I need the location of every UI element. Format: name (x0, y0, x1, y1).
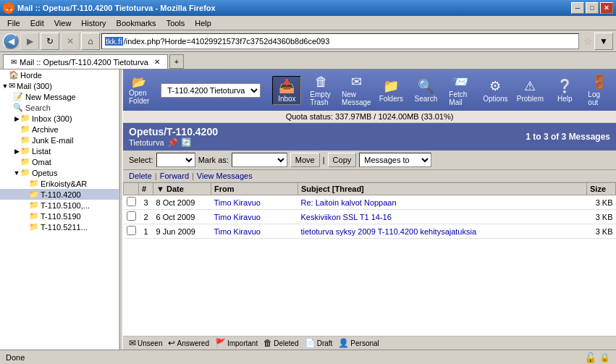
row-check[interactable] (124, 224, 139, 239)
status-personal[interactable]: 👤 Personal (338, 338, 379, 348)
sidebar-item-listat[interactable]: ▶ 📁 Listat (0, 145, 119, 156)
row-size: 3 KB (587, 224, 616, 239)
toolbar-new-message-button[interactable]: ✉ New Message (342, 72, 371, 108)
inbox-btn-label: Inbox (278, 95, 295, 103)
col-header-date[interactable]: ▼ Date (153, 183, 211, 195)
row-subject[interactable]: Keskiviikon SSL T1 14-16 (298, 210, 587, 224)
folders-icon: 📁 (383, 78, 399, 94)
status-unseen[interactable]: ✉ Unseen (129, 338, 162, 348)
messages-to-dropdown[interactable]: Messages to Archive Inbox Junk E-mail (359, 153, 431, 167)
menu-file[interactable]: File (3, 17, 25, 29)
row-size: 3 KB (587, 210, 616, 224)
toolbar-problem-button[interactable]: ⚠ Problem (515, 77, 544, 104)
sidebar-item-search[interactable]: 🔍 Search (0, 102, 119, 113)
markas-dropdown[interactable]: Read Unread Flagged Unflagged (232, 153, 287, 167)
sidebar-item-archive[interactable]: 📁 Archive (0, 124, 119, 135)
home-button[interactable]: ⌂ (81, 33, 100, 50)
sidebar-item-erikoisty[interactable]: 📁 Erikoisty&AR (0, 178, 119, 189)
row-subject[interactable]: Re: Laitoin kalvot Noppaan (298, 195, 587, 210)
sidebar-item-new-message[interactable]: 📝 New Message (0, 91, 119, 102)
toolbar-folders-button[interactable]: 📁 Folders (376, 77, 405, 104)
active-tab[interactable]: ✉ Mail :: Opetus/T-110.4200 Tietoturva ✕ (3, 54, 168, 69)
menu-history[interactable]: History (77, 17, 110, 29)
tab-close[interactable]: ✕ (154, 58, 160, 66)
search-icon: 🔍 (13, 103, 23, 112)
menu-view[interactable]: View (50, 17, 76, 29)
sidebar-item-junk[interactable]: 📁 Junk E-mail (0, 135, 119, 145)
menu-help[interactable]: Help (190, 17, 216, 29)
sidebar-item-t110-5100[interactable]: 📁 T-110.5100,... (0, 200, 119, 211)
col-header-subject[interactable]: Subject [Thread] (298, 183, 587, 195)
table-row[interactable]: 3 8 Oct 2009 Timo Kiravuo Re: Laitoin ka… (124, 195, 616, 210)
t1105100-label: T-110.5100,... (41, 201, 90, 210)
toolbar-logout-button[interactable]: 🚪 Log out (585, 72, 614, 108)
subscribe-icon[interactable]: 📌 (167, 137, 178, 148)
menu-edit[interactable]: Edit (26, 17, 48, 29)
row-check[interactable] (124, 195, 139, 210)
sidebar-item-omat[interactable]: 📁 Omat (0, 156, 119, 167)
reload-icon[interactable]: 🔄 (181, 137, 192, 148)
sidebar-item-mail[interactable]: ▼ ✉ Mail (300) (0, 80, 119, 91)
toolbar-options-button[interactable]: ⚙ Options (481, 77, 510, 104)
menu-tools[interactable]: Tools (162, 17, 190, 29)
maximize-button[interactable]: □ (586, 2, 599, 14)
options-label: Options (483, 95, 507, 103)
row-num: 1 (139, 224, 153, 239)
row-checkbox[interactable] (127, 226, 136, 235)
row-from[interactable]: Timo Kiravuo (211, 224, 298, 239)
toggle-mail: ▼ (1, 82, 9, 90)
sidebar-item-t110-5190[interactable]: 📁 T-110.5190 (0, 211, 119, 221)
table-row[interactable]: 1 9 Jun 2009 Timo Kiravuo tietoturva syk… (124, 224, 616, 239)
col-header-size[interactable]: Size (587, 183, 616, 195)
row-subject[interactable]: tietoturva syksy 2009 T-110.4200 kehitys… (298, 224, 587, 239)
toolbar-inbox-button[interactable]: 📥 Inbox (272, 76, 301, 105)
mail-label: Mail (300) (17, 82, 52, 90)
url-bar[interactable]: tkk.fi /index.php?Horde=41029921573f7c37… (101, 33, 579, 49)
inbox-label: Inbox (300) (32, 114, 72, 123)
status-deleted[interactable]: 🗑 Deleted (263, 338, 298, 348)
status-draft[interactable]: 📄 Draft (305, 338, 333, 348)
col-header-from[interactable]: From (211, 183, 298, 195)
new-tab-button[interactable]: + (169, 54, 184, 69)
table-row[interactable]: 2 6 Oct 2009 Timo Kiravuo Keskiviikon SS… (124, 210, 616, 224)
stop-button[interactable]: ✕ (61, 33, 80, 50)
back-button[interactable]: ◀ (3, 33, 19, 49)
refresh-button[interactable]: ↻ (41, 33, 59, 50)
copy-button[interactable]: Copy (328, 153, 357, 167)
close-button[interactable]: ✕ (600, 2, 613, 14)
toolbar-search-button[interactable]: 🔍 Search (411, 77, 440, 104)
junk-icon: 📁 (20, 135, 30, 145)
sidebar-item-inbox[interactable]: ▶ 📁 Inbox (300) (0, 113, 119, 124)
toolbar-fetch-mail-button[interactable]: 📨 Fetch Mail (446, 72, 475, 108)
draft-label: Draft (317, 339, 333, 347)
logout-icon: 🚪 (591, 74, 607, 90)
toolbar-help-button[interactable]: ❔ Help (550, 77, 579, 104)
col-header-num[interactable]: # (139, 183, 153, 195)
menu-bookmarks[interactable]: Bookmarks (112, 17, 161, 29)
row-check[interactable] (124, 210, 139, 224)
select-dropdown[interactable]: All None Invert (156, 153, 195, 167)
sidebar-item-t110-4200[interactable]: 📁 T-110.4200 (0, 189, 119, 200)
move-button[interactable]: Move (290, 153, 320, 167)
bookmark-star[interactable]: ☆ (583, 35, 593, 47)
row-num: 3 (139, 195, 153, 210)
row-checkbox[interactable] (127, 211, 136, 221)
status-important[interactable]: 🚩 Important (215, 338, 258, 348)
delete-link[interactable]: Delete (129, 172, 152, 180)
forward-link[interactable]: Forward (160, 172, 189, 180)
sidebar-item-t110-5211[interactable]: 📁 T-110.5211... (0, 221, 119, 232)
row-from[interactable]: Timo Kiravuo (211, 195, 298, 210)
toolbar-empty-trash-button[interactable]: 🗑 Empty Trash (307, 73, 336, 108)
sidebar-item-opetus[interactable]: ▼ 📁 Opetus (0, 167, 119, 178)
minimize-button[interactable]: ─ (571, 2, 584, 14)
nav-extra[interactable]: ▼ (594, 33, 613, 50)
folder-selector[interactable]: T-110.4200 Tietoturva (161, 83, 261, 98)
status-answered[interactable]: ↩ Answered (168, 338, 208, 348)
horde-label: Horde (20, 71, 42, 80)
row-checkbox[interactable] (127, 197, 136, 206)
row-from[interactable]: Timo Kiravuo (211, 210, 298, 224)
forward-button[interactable]: ▶ (20, 33, 39, 50)
sidebar-item-horde[interactable]: 🏠 Horde (0, 69, 119, 80)
view-messages-link[interactable]: View Messages (197, 172, 253, 180)
draft-icon: 📄 (305, 338, 316, 348)
